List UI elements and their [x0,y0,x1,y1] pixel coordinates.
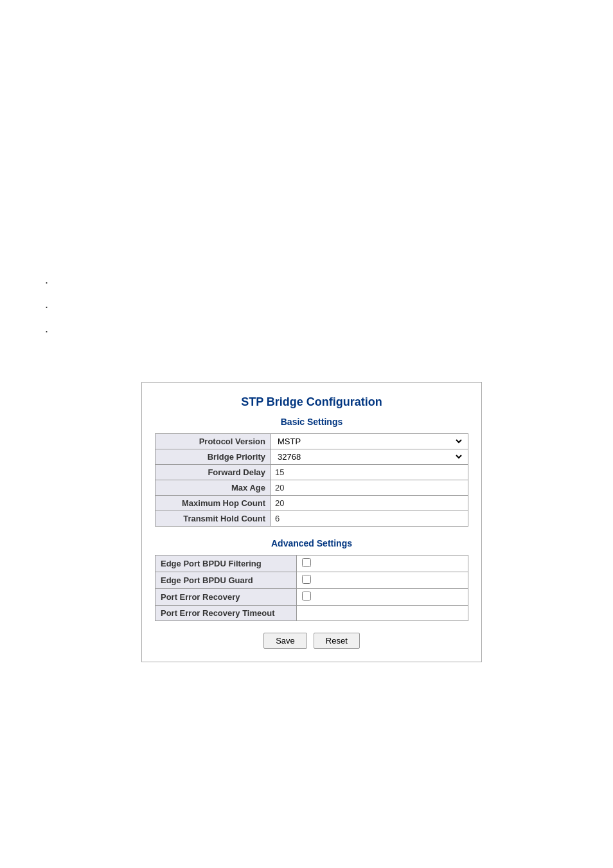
forward-delay-text: 15 [275,467,284,477]
bullet-section: · · · [39,276,53,350]
edge-port-bpdu-filtering-value[interactable] [297,556,468,572]
transmit-hold-count-text: 6 [275,514,280,523]
table-row: Forward Delay 15 [155,465,468,480]
table-row: Port Error Recovery [155,589,468,606]
advanced-settings-title: Advanced Settings [155,538,468,548]
port-error-recovery-timeout-label: Port Error Recovery Timeout [155,606,297,621]
table-row: Port Error Recovery Timeout [155,606,468,621]
table-row: Transmit Hold Count 6 [155,511,468,527]
port-error-recovery-checkbox[interactable] [302,592,311,601]
basic-settings-title: Basic Settings [155,417,468,427]
bridge-priority-label: Bridge Priority [155,449,271,465]
edge-port-bpdu-filtering-label: Edge Port BPDU Filtering [155,556,297,572]
table-row: Edge Port BPDU Guard [155,572,468,589]
stp-bridge-config-card: STP Bridge Configuration Basic Settings … [141,382,482,662]
edge-port-bpdu-filtering-checkbox[interactable] [302,558,311,567]
edge-port-bpdu-guard-label: Edge Port BPDU Guard [155,572,297,589]
bullet-dot-1: · [45,276,48,288]
save-button[interactable]: Save [263,633,307,649]
forward-delay-label: Forward Delay [155,465,271,480]
transmit-hold-count-value: 6 [271,511,468,527]
reset-button[interactable]: Reset [314,633,360,649]
bullet-dot-3: · [45,325,48,337]
table-row: Maximum Hop Count 20 [155,496,468,511]
advanced-settings-table: Edge Port BPDU Filtering Edge Port BPDU … [155,555,468,621]
basic-settings-table: Protocol Version STP RSTP MSTP Bridge Pr… [155,433,468,527]
bridge-priority-value[interactable]: 0 4096 8192 12288 16384 20480 24576 2867… [271,449,468,465]
table-row: Bridge Priority 0 4096 8192 12288 16384 … [155,449,468,465]
table-row: Protocol Version STP RSTP MSTP [155,434,468,449]
port-error-recovery-timeout-input[interactable] [302,608,463,618]
bullet-item-3: · [45,325,53,337]
table-row: Edge Port BPDU Filtering [155,556,468,572]
card-wrapper: STP Bridge Configuration Basic Settings … [141,382,482,662]
protocol-version-select[interactable]: STP RSTP MSTP [275,436,464,447]
table-row: Max Age 20 [155,480,468,496]
bullet-item-1: · [45,276,53,288]
page-container: · · · STP Bridge Configuration Basic Set… [0,0,613,868]
card-title: STP Bridge Configuration [155,395,468,409]
protocol-version-value[interactable]: STP RSTP MSTP [271,434,468,449]
max-age-value: 20 [271,480,468,496]
edge-port-bpdu-guard-checkbox[interactable] [302,575,311,584]
bullet-dot-2: · [45,301,48,312]
transmit-hold-count-label: Transmit Hold Count [155,511,271,527]
button-row: Save Reset [155,633,468,649]
max-age-label: Max Age [155,480,271,496]
forward-delay-value: 15 [271,465,468,480]
port-error-recovery-label: Port Error Recovery [155,589,297,606]
edge-port-bpdu-guard-value[interactable] [297,572,468,589]
port-error-recovery-value[interactable] [297,589,468,606]
protocol-version-label: Protocol Version [155,434,271,449]
port-error-recovery-timeout-value[interactable] [297,606,468,621]
maximum-hop-count-value: 20 [271,496,468,511]
bridge-priority-select[interactable]: 0 4096 8192 12288 16384 20480 24576 2867… [275,451,464,462]
bullet-item-2: · [45,301,53,312]
max-age-text: 20 [275,483,284,493]
maximum-hop-count-text: 20 [275,498,284,508]
maximum-hop-count-label: Maximum Hop Count [155,496,271,511]
